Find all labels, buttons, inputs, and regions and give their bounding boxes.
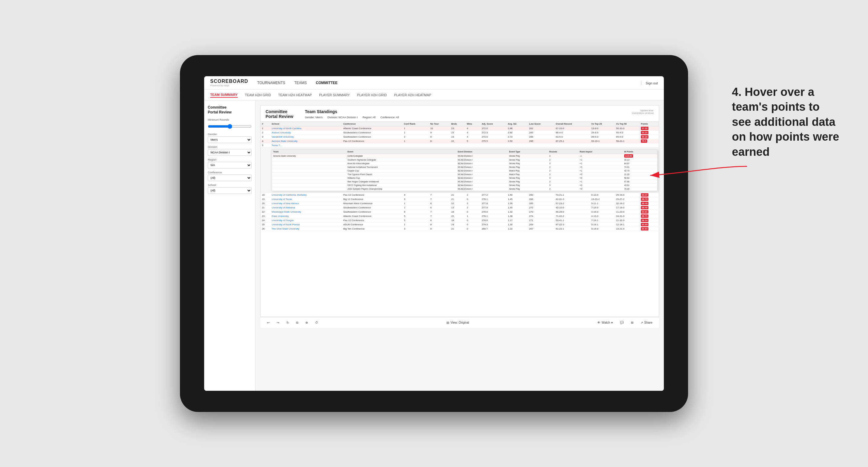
watch-btn[interactable]: 👁 Watch ▾ (595, 320, 615, 325)
nav-tournaments[interactable]: TOURNAMENTS (257, 80, 285, 86)
refresh-btn[interactable]: ↻ (285, 320, 291, 325)
th-vs-top50: Vs Top 50 (615, 122, 640, 126)
expand-btn[interactable]: ⊞ (629, 320, 635, 325)
table-row[interactable]: 18 University of California, Berkeley Pa… (261, 193, 659, 197)
cell-points: 83.81 (640, 210, 659, 214)
division-select[interactable]: NCAA Division I (208, 149, 252, 156)
cell-overall-record: 73-21-1 (555, 193, 590, 197)
table-row[interactable]: 24 University of Oregon Pac-12 Conferenc… (261, 218, 659, 223)
sub-nav-team-summary[interactable]: TEAM SUMMARY (210, 92, 238, 98)
cell-no-tour: 8 (429, 227, 450, 231)
cell-wins: 0 (465, 223, 480, 227)
cell-vs-top50: 13-21-0 (615, 227, 640, 231)
cell-no-tour: 8 (429, 201, 450, 206)
table-row[interactable]: 22 Mississippi State University Southeas… (261, 210, 659, 214)
min-rounds-slider[interactable] (208, 123, 252, 130)
table-row[interactable]: 25 University of North Florida ASUN Conf… (261, 223, 659, 227)
school-select[interactable]: (All) (208, 187, 252, 194)
cell-points: 83.89 (640, 223, 659, 227)
copy-btn[interactable]: ⧉ (294, 320, 300, 326)
cell-bnds: 22 (450, 214, 465, 218)
cell-school: University of North Carolina (270, 126, 342, 131)
points-value: 97.02 (641, 127, 648, 130)
cell-conference: Pac-12 Conference (342, 139, 403, 143)
th-points: Points (640, 122, 659, 126)
cell-wins: 1 (465, 214, 480, 218)
sub-nav: TEAM SUMMARY TEAM H2H GRID TEAM H2H HEAT… (204, 90, 664, 100)
cell-avg-sg (506, 143, 528, 148)
cell-low-score: 271 (528, 218, 555, 223)
cell-vs-top50: 21-32-0 (615, 218, 640, 223)
sub-nav-player-h2h-grid[interactable]: PLAYER H2H GRID (357, 93, 387, 97)
cell-adj-score (480, 143, 506, 148)
th-low-score: Low Score (528, 122, 555, 126)
cell-vs-top50: 58-24-1 (615, 139, 640, 143)
nav-teams[interactable]: TEAMS (294, 80, 307, 86)
cell-low-score: 272 (528, 206, 555, 210)
hover-popup-cell: TeamEventEvent DivisionEvent TypeRoundsR… (270, 148, 659, 193)
cell-bnds: 13 (450, 206, 465, 210)
cell-conference: Atlantic Coast Conference (342, 126, 403, 131)
th-vs-top25: Vs Top 25 (590, 122, 615, 126)
sub-nav-player-summary[interactable]: PLAYER SUMMARY (319, 93, 350, 97)
region-select[interactable]: N/A (208, 162, 252, 168)
cell-vs-top25: 9-14-0 (590, 227, 615, 231)
cell-school: University of Oregon (270, 218, 342, 223)
cell-wins: 4 (465, 126, 480, 131)
sidebar-minrounds-label: Minimum Rounds (208, 118, 252, 121)
undo-btn[interactable]: ↩ (265, 320, 271, 325)
gender-select[interactable]: Men's (208, 136, 252, 143)
table-row[interactable]: 21 University of Alabama Southeastern Co… (261, 206, 659, 210)
cell-vs-top25: 3-14-1 (590, 223, 615, 227)
table-row[interactable]: 19 University of Texas Big 12 Conference… (261, 197, 659, 201)
cell-vs-top50: 65-5-0 (615, 135, 640, 139)
cell-points: 79.5 (640, 139, 659, 143)
cell-low-score: 269 (528, 223, 555, 227)
table-row[interactable]: 5 Texas T... (261, 143, 659, 148)
cell-overall-record: 51-23-1 (555, 227, 590, 231)
th-overall-record: Overall Record (555, 122, 590, 126)
cell-conference: Southeastern Conference (342, 135, 403, 139)
table-row[interactable]: 2 Auburn University Southeastern Confere… (261, 131, 659, 135)
cell-bnds: 18 (450, 210, 465, 214)
cell-school: University of Texas (270, 197, 342, 201)
cell-vs-top50: 24-31-0 (615, 214, 640, 218)
more-btn[interactable]: ⊕ (304, 320, 310, 325)
cell-points: 93.31 (640, 131, 659, 135)
view-original-btn[interactable]: ▤ View: Original (444, 320, 471, 325)
cell-vs-top50: 17-19-0 (615, 206, 640, 210)
cell-conference: Southeastern Conference (342, 206, 403, 210)
nav-committee[interactable]: COMMITTEE (316, 80, 338, 86)
table-row[interactable]: 1 University of North Carolina Atlantic … (261, 126, 659, 131)
sub-nav-team-h2h-grid[interactable]: TEAM H2H GRID (245, 93, 271, 97)
cell-no-tour: 7 (429, 197, 450, 201)
cell-wins: 2 (465, 201, 480, 206)
table-row[interactable]: 3 Vanderbilt University Southeastern Con… (261, 135, 659, 139)
cell-adj-score: 275.5 (480, 139, 506, 143)
redo-btn[interactable]: ↪ (275, 320, 281, 325)
cell-vs-top25: 33-19-1 (590, 139, 615, 143)
conference-select[interactable]: (All) (208, 175, 252, 181)
table-row[interactable]: 26 The Ohio State University Big Ten Con… (261, 227, 659, 231)
th-adj-score: Adj. Score (480, 122, 506, 126)
hover-popup-table: TeamEventEvent DivisionEvent TypeRoundsR… (272, 149, 657, 191)
points-value: 88.70 (641, 197, 648, 201)
share-btn[interactable]: ↗ Share (639, 320, 654, 325)
cell-vs-top50: 32-19-2 (615, 201, 640, 206)
cell-bnds: 24 (450, 223, 465, 227)
sign-out-link[interactable]: Sign out (646, 81, 658, 85)
th-conf-rank: Conf Rank (403, 122, 429, 126)
table-row[interactable]: 23 Duke University Atlantic Coast Confer… (261, 214, 659, 218)
cell-overall-record: 42-31-3 (555, 197, 590, 201)
sub-nav-player-h2h-heatmap[interactable]: PLAYER H2H HEATMAP (394, 93, 431, 97)
cell-bnds: 21 (450, 193, 465, 197)
clock-btn[interactable]: ⏱ (313, 320, 320, 325)
cell-school: Mississippi State University (270, 210, 342, 214)
sub-nav-team-h2h-heatmap[interactable]: TEAM H2H HEATMAP (278, 93, 312, 97)
table-row[interactable]: 20 University of New Mexico Mountain Wes… (261, 201, 659, 206)
table-row[interactable]: 4 Arizona State University Pac-12 Confer… (261, 139, 659, 143)
cell-school: University of North Florida (270, 223, 342, 227)
hover-row: The Cypress Point Classic NCAA Division … (272, 173, 657, 176)
comment-btn[interactable]: 💬 (618, 320, 625, 325)
cell-school: University of California, Berkeley (270, 193, 342, 197)
